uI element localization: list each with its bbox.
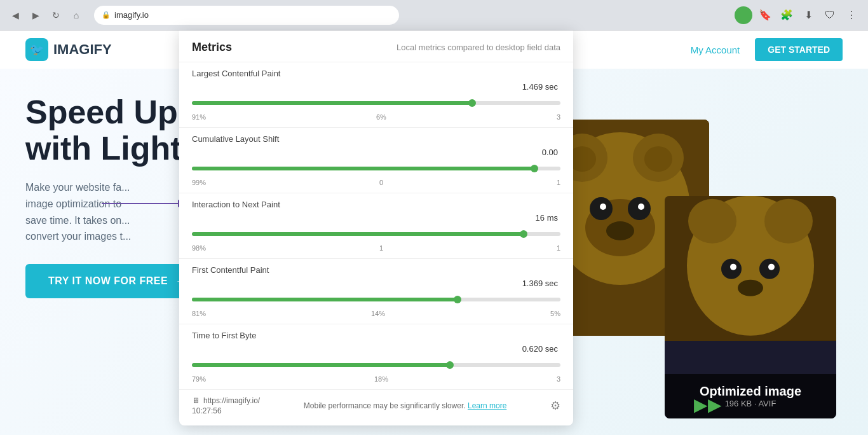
settings-icon[interactable]: ⚙ <box>550 399 560 413</box>
forward-button[interactable]: ▶ <box>28 8 43 23</box>
learn-more-link[interactable]: Learn more <box>468 401 506 410</box>
label-good-fcp: 81% <box>192 310 206 317</box>
svg-point-7 <box>600 204 606 210</box>
purple-arrow-line <box>102 203 178 204</box>
metrics-footer: 🖥 https://imagify.io/ 10:27:56 Mobile pe… <box>179 390 573 415</box>
label-mid-cls: 0 <box>379 179 383 186</box>
vpn-icon[interactable]: 🛡 <box>821 6 839 24</box>
svg-point-18 <box>730 264 736 270</box>
bar-track-cls <box>192 167 560 170</box>
label-mid-ttfb: 18% <box>374 375 388 383</box>
bar-labels-ttfb: 79% 18% 3 <box>192 375 560 383</box>
my-account-link[interactable]: My Account <box>691 45 740 55</box>
refresh-button[interactable]: ↻ <box>48 8 64 23</box>
metrics-subtitle: Local metrics compared to desktop field … <box>397 43 560 52</box>
metrics-popup: Metrics Local metrics compared to deskto… <box>179 31 573 425</box>
lock-icon: 🔒 <box>102 11 111 19</box>
metrics-header: Metrics Local metrics compared to deskto… <box>179 31 573 62</box>
metric-row-inp: Interaction to Next Paint 16 ms 98% 1 1 <box>179 193 573 259</box>
svg-point-9 <box>606 221 634 240</box>
bar-green-fcp <box>192 298 458 301</box>
bar-green-lcp <box>192 101 472 105</box>
fast-forward-arrows: ▶▶ <box>694 392 722 416</box>
warning-text: Mobile performance may be significantly … <box>304 401 466 410</box>
logo-text: IMAGIFY <box>53 41 112 58</box>
bar-labels-lcp: 91% 6% 3 <box>192 113 560 121</box>
metric-value-cls: 0.00 <box>192 148 560 157</box>
menu-icon[interactable]: ⋮ <box>843 6 860 24</box>
try-btn-label: TRY IT NOW FOR FREE <box>48 275 168 287</box>
home-button[interactable]: ⌂ <box>69 8 84 23</box>
metric-row-cls: Cumulative Layout Shift 0.00 99% 0 1 <box>179 128 573 193</box>
label-good-inp: 98% <box>192 244 206 252</box>
bar-lcp <box>192 94 560 112</box>
svg-point-11 <box>644 146 672 172</box>
label-good-lcp: 91% <box>192 113 206 121</box>
toolbar-icons: 🔖 🧩 ⬇ 🛡 ⋮ <box>735 6 860 24</box>
download-icon[interactable]: ⬇ <box>799 6 817 24</box>
header-nav: My Account GET STARTED <box>691 38 843 61</box>
address-bar[interactable]: 🔒 imagify.io <box>94 6 399 25</box>
footer-warning: Mobile performance may be significantly … <box>260 401 550 410</box>
purple-arrow <box>102 200 184 207</box>
metric-name-ttfb: Time to First Byte <box>192 331 560 340</box>
label-mid-inp: 1 <box>379 244 383 252</box>
bookmark-icon[interactable]: 🔖 <box>756 6 774 24</box>
optimized-bear-card: Optimized image 196 KB · AVIF <box>665 196 836 418</box>
bar-green-ttfb <box>192 363 450 367</box>
metric-value-inp: 16 ms <box>192 213 560 223</box>
arrows-icon: ▶▶ <box>694 395 722 415</box>
label-good-ttfb: 79% <box>192 375 206 383</box>
back-button[interactable]: ◀ <box>8 8 23 23</box>
metric-value-ttfb: 0.620 sec <box>192 344 560 354</box>
extensions-icon[interactable]: 🧩 <box>778 6 796 24</box>
label-bad-inp: 1 <box>557 244 560 252</box>
bar-labels-cls: 99% 0 1 <box>192 179 560 186</box>
get-started-button[interactable]: GET STARTED <box>755 38 843 61</box>
metric-value-fcp: 1.369 sec <box>192 279 560 288</box>
label-bad-fcp: 5% <box>550 310 560 317</box>
label-mid-fcp: 14% <box>371 310 385 317</box>
bar-dot-inp <box>520 230 527 238</box>
hero-title-line1: Speed Up <box>25 93 178 130</box>
bar-green-cls <box>192 167 534 170</box>
metric-name-cls: Cumulative Layout Shift <box>192 134 560 144</box>
bar-fcp <box>192 291 560 308</box>
metrics-title: Metrics <box>192 41 232 54</box>
metric-row-lcp: Largest Contentful Paint 1.469 sec 91% 6… <box>179 62 573 128</box>
optimized-card-overlay: Optimized image 196 KB · AVIF <box>665 374 836 418</box>
footer-url: 🖥 https://imagify.io/ <box>192 396 260 405</box>
monitor-icon: 🖥 <box>192 396 200 405</box>
bar-dot-fcp <box>454 296 461 303</box>
browser-chrome: ◀ ▶ ↻ ⌂ 🔒 imagify.io 🔖 🧩 ⬇ 🛡 ⋮ <box>0 0 868 31</box>
svg-point-19 <box>768 264 775 270</box>
bar-track-fcp <box>192 298 560 301</box>
metric-name-lcp: Largest Contentful Paint <box>192 69 560 78</box>
metric-name-inp: Interaction to Next Paint <box>192 200 560 209</box>
url-value: https://imagify.io/ <box>203 396 260 405</box>
metric-row-ttfb: Time to First Byte 0.620 sec 79% 18% 3 <box>179 324 573 390</box>
bar-cls <box>192 160 560 177</box>
label-bad-ttfb: 3 <box>557 375 560 383</box>
bar-dot-lcp <box>468 99 476 107</box>
footer-time: 10:27:56 <box>192 406 260 415</box>
metric-name-fcp: First Contentful Paint <box>192 265 560 275</box>
svg-point-20 <box>738 280 763 296</box>
label-bad-lcp: 3 <box>557 113 560 121</box>
svg-point-15 <box>764 199 813 244</box>
hero-title-line2: with Light <box>25 130 181 167</box>
url-text: imagify.io <box>114 10 149 20</box>
bar-ttfb <box>192 356 560 374</box>
logo: 🐦 IMAGIFY <box>25 38 112 61</box>
logo-icon: 🐦 <box>25 38 48 61</box>
bar-labels-fcp: 81% 14% 5% <box>192 310 560 317</box>
svg-point-14 <box>688 199 736 244</box>
metric-row-fcp: First Contentful Paint 1.369 sec 81% 14%… <box>179 259 573 324</box>
bar-inp <box>192 225 560 243</box>
bar-dot-ttfb <box>446 361 454 369</box>
svg-point-8 <box>638 204 644 210</box>
bar-dot-cls <box>531 165 538 172</box>
profile-avatar <box>735 6 752 24</box>
metric-value-lcp: 1.469 sec <box>192 82 560 92</box>
bar-green-inp <box>192 232 524 236</box>
